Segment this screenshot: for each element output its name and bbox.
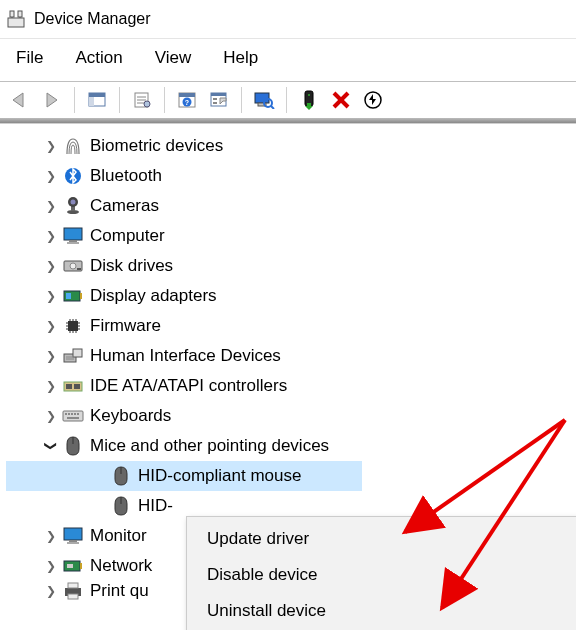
- tree-node-label: Bluetooth: [90, 166, 162, 186]
- context-menu: Update driver Disable device Uninstall d…: [186, 516, 576, 630]
- toolbar: ?: [0, 82, 576, 118]
- svg-point-34: [71, 200, 76, 205]
- expand-arrow-icon[interactable]: ❯: [44, 349, 58, 363]
- tree-node-label: HID-: [138, 496, 173, 516]
- tree-node-label: HID-compliant mouse: [138, 466, 307, 486]
- expand-arrow-icon[interactable]: ❯: [44, 259, 58, 273]
- expand-arrow-icon[interactable]: ❯: [44, 319, 58, 333]
- expand-arrow-icon[interactable]: ❯: [44, 559, 58, 573]
- tree-node-cameras[interactable]: ❯ Cameras: [6, 191, 576, 221]
- expand-arrow-icon[interactable]: ❯: [44, 199, 58, 213]
- ctx-disable-device[interactable]: Disable device: [187, 557, 576, 593]
- tree-node-label: Keyboards: [90, 406, 171, 426]
- disable-device-toolbar-button[interactable]: [358, 86, 388, 114]
- tree-node-label: Firmware: [90, 316, 161, 336]
- svg-rect-67: [71, 413, 73, 415]
- svg-rect-81: [68, 583, 78, 588]
- app-icon: [6, 9, 26, 29]
- title-bar: Device Manager: [0, 0, 576, 39]
- tree-node-biometric[interactable]: ❯ Biometric devices: [6, 131, 576, 161]
- tree-node-label: Cameras: [90, 196, 159, 216]
- svg-rect-42: [80, 293, 82, 299]
- svg-rect-19: [213, 98, 217, 100]
- mouse-icon: [62, 435, 84, 457]
- menu-view[interactable]: View: [155, 48, 192, 68]
- svg-rect-75: [69, 540, 77, 542]
- scan-hardware-button[interactable]: [249, 86, 279, 114]
- tree-node-computer[interactable]: ❯ Computer: [6, 221, 576, 251]
- tree-node-label: Network: [90, 556, 152, 576]
- camera-icon: [62, 195, 84, 217]
- hid-icon: [62, 345, 84, 367]
- svg-rect-76: [67, 542, 79, 544]
- tree-node-hid[interactable]: ❯ Human Interface Devices: [6, 341, 576, 371]
- svg-rect-68: [74, 413, 76, 415]
- svg-point-39: [70, 263, 76, 269]
- expand-arrow-icon[interactable]: ❯: [44, 379, 58, 393]
- svg-rect-1: [10, 11, 14, 17]
- expand-arrow-icon[interactable]: ❯: [44, 409, 58, 423]
- ctx-update-driver[interactable]: Update driver: [187, 521, 576, 557]
- tree-node-label: Disk drives: [90, 256, 173, 276]
- tree-node-ide[interactable]: ❯ IDE ATA/ATAPI controllers: [6, 371, 576, 401]
- svg-rect-44: [68, 321, 78, 331]
- svg-rect-66: [68, 413, 70, 415]
- tree-node-disk[interactable]: ❯ Disk drives: [6, 251, 576, 281]
- ctx-uninstall-device[interactable]: Uninstall device: [187, 593, 576, 629]
- chip-icon: [62, 315, 84, 337]
- svg-rect-21: [255, 93, 269, 103]
- display-adapter-icon: [62, 285, 84, 307]
- menu-action[interactable]: Action: [75, 48, 122, 68]
- tree-node-label: Mice and other pointing devices: [90, 436, 329, 456]
- svg-rect-14: [179, 93, 195, 97]
- update-driver-toolbar-button[interactable]: [294, 86, 324, 114]
- svg-rect-18: [211, 93, 226, 96]
- tree-node-label: Print qu: [90, 581, 149, 601]
- expand-arrow-icon[interactable]: ❯: [44, 169, 58, 183]
- bluetooth-icon: [62, 165, 84, 187]
- tree-node-label: Biometric devices: [90, 136, 223, 156]
- tree-node-mice[interactable]: ❯ Mice and other pointing devices: [6, 431, 576, 461]
- help-button[interactable]: ?: [172, 86, 202, 114]
- tree-node-keyboards[interactable]: ❯ Keyboards: [6, 401, 576, 431]
- printer-icon: [62, 581, 84, 601]
- tree-node-hid-mouse-1[interactable]: ❯ HID-compliant mouse: [6, 461, 362, 491]
- back-button[interactable]: [5, 86, 35, 114]
- action-list-button[interactable]: [204, 86, 234, 114]
- expand-arrow-icon[interactable]: ❯: [44, 289, 58, 303]
- tree-node-firmware[interactable]: ❯ Firmware: [6, 311, 576, 341]
- svg-rect-20: [213, 102, 217, 104]
- uninstall-device-toolbar-button[interactable]: [326, 86, 356, 114]
- tree-node-display[interactable]: ❯ Display adapters: [6, 281, 576, 311]
- monitor-icon: [62, 225, 84, 247]
- expand-arrow-icon[interactable]: ❯: [44, 139, 58, 153]
- menu-file[interactable]: File: [16, 48, 43, 68]
- mouse-icon: [110, 495, 132, 517]
- svg-text:?: ?: [185, 99, 189, 106]
- ide-icon: [62, 375, 84, 397]
- tree-node-label: IDE ATA/ATAPI controllers: [90, 376, 287, 396]
- fingerprint-icon: [62, 135, 84, 157]
- expand-arrow-icon[interactable]: ❯: [44, 229, 58, 243]
- properties-button[interactable]: [127, 86, 157, 114]
- show-hide-console-button[interactable]: [82, 86, 112, 114]
- svg-rect-36: [69, 240, 77, 242]
- svg-rect-62: [66, 384, 72, 389]
- tree-node-label: Monitor: [90, 526, 147, 546]
- svg-rect-78: [80, 563, 82, 569]
- menu-help[interactable]: Help: [223, 48, 258, 68]
- collapse-arrow-icon[interactable]: ❯: [44, 439, 58, 453]
- expand-arrow-icon[interactable]: ❯: [44, 584, 58, 598]
- disk-icon: [62, 255, 84, 277]
- svg-rect-65: [65, 413, 67, 415]
- svg-rect-70: [67, 417, 79, 419]
- network-icon: [62, 555, 84, 577]
- svg-rect-64: [63, 411, 83, 421]
- expand-arrow-icon[interactable]: ❯: [44, 529, 58, 543]
- tree-node-bluetooth[interactable]: ❯ Bluetooth: [6, 161, 576, 191]
- svg-line-24: [271, 106, 274, 109]
- window-title: Device Manager: [34, 10, 151, 28]
- forward-button[interactable]: [37, 86, 67, 114]
- keyboard-icon: [62, 405, 84, 427]
- tree-node-label: Human Interface Devices: [90, 346, 281, 366]
